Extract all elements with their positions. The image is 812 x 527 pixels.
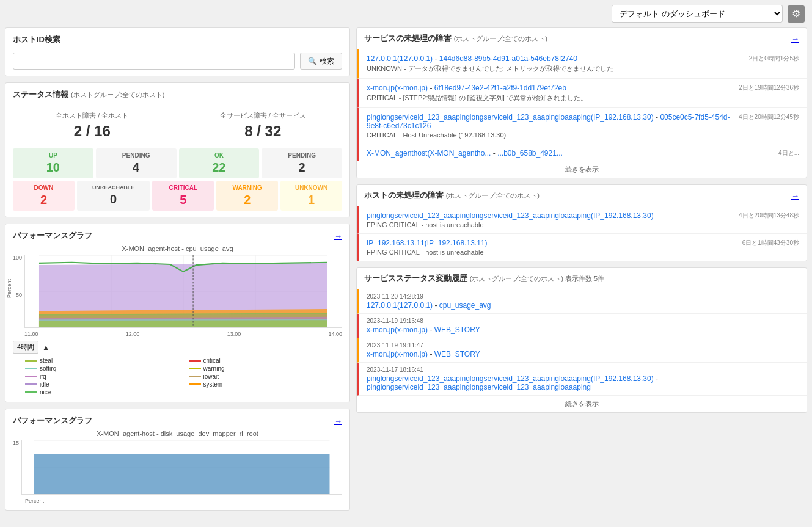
history-time-2: 2023-11-19 19:16:48 bbox=[367, 318, 799, 324]
status-cell-up[interactable]: UP 10 bbox=[13, 148, 93, 178]
host-link-1[interactable]: pinglongserviceid_123_aaapinglongservice… bbox=[367, 211, 654, 220]
host-failure-value: 2 / 16 bbox=[13, 123, 172, 140]
service-desc-3: CRITICAL - Host Unreachable (192.168.13.… bbox=[367, 131, 799, 139]
service-failure-stat: 全サービス障害 / 全サービス 8 / 32 bbox=[184, 111, 343, 140]
dashboard-select[interactable]: デフォルト のダッシュボード bbox=[612, 5, 783, 23]
service-link-3a[interactable]: pinglongserviceid_123_aaapinglongservice… bbox=[367, 113, 654, 122]
status-cell-down[interactable]: DOWN 2 bbox=[13, 181, 75, 211]
legend-nice: nice bbox=[25, 389, 179, 396]
host-time-2: 6日と1時間43分30秒 bbox=[742, 239, 799, 247]
status-grid-row1: UP 10 PENDING 4 OK 22 PENDING 2 bbox=[13, 148, 342, 178]
status-grid-row2: DOWN 2 UNREACHABLE 0 CRITICAL 5 WARNING … bbox=[13, 181, 342, 211]
time-range-btn[interactable]: 4時間 bbox=[13, 341, 38, 354]
perf-graph1-arrow[interactable]: → bbox=[334, 231, 342, 241]
service-history-header: サービスステータス変動履歴 (ホストグループ:全てのホスト) 表示件数:5件 bbox=[364, 273, 604, 284]
legend-warning: warning bbox=[189, 365, 343, 372]
history-service-3[interactable]: WEB_STORY bbox=[434, 350, 480, 358]
status-cell-unknown[interactable]: UNKNOWN 1 bbox=[280, 181, 342, 211]
left-panel: ホストID検索 🔍 検索 ステータス情報 (ホストグループ:全てのホスト) bbox=[5, 27, 350, 511]
service-time-3: 4日と20時間12分45秒 bbox=[739, 113, 799, 122]
history-time-1: 2023-11-20 14:28:19 bbox=[367, 293, 799, 300]
host-search-title: ホストID検索 bbox=[13, 34, 342, 45]
host-issues-title: ホストの未処理の障害 bbox=[364, 191, 444, 200]
legend-iowait: iowait bbox=[189, 373, 343, 380]
host-issues-arrow[interactable]: → bbox=[791, 191, 799, 200]
service-item-4: X-MON_agenthost(X-MON_agentho... - ...b0… bbox=[357, 144, 807, 161]
service-history-subtitle: (ホストグループ:全てのホスト) 表示件数:5件 bbox=[470, 275, 605, 282]
status-cell-pending2[interactable]: PENDING 2 bbox=[262, 148, 342, 178]
history-host-1[interactable]: 127.0.0.1(127.0.0.1) bbox=[367, 301, 433, 310]
history-item-4: 2023-11-17 18:16:41 pinglongserviceid_12… bbox=[357, 363, 807, 396]
host-item-2: IP_192.168.13.11(IP_192.168.13.11) 6日と1時… bbox=[357, 234, 807, 261]
status-cell-pending1[interactable]: PENDING 4 bbox=[96, 148, 177, 178]
perf-graph2-arrow[interactable]: → bbox=[334, 416, 342, 426]
service-link-4b[interactable]: ...b0b_658b_4921... bbox=[497, 149, 563, 158]
y-tick-100: 100 bbox=[13, 255, 22, 261]
perf-graph1-panel: パフォーマンスグラフ → X-MON_agent-host - cpu_usag… bbox=[5, 224, 350, 402]
right-panel: サービスの未処理の障害 (ホストグループ:全てのホスト) → 127.0.0.1… bbox=[356, 27, 807, 511]
service-link-1b[interactable]: 144d6d88-89b5-4d91-a01a-546eb78f2740 bbox=[439, 54, 577, 63]
perf-graph2-panel: パフォーマンスグラフ → X-MON_agent-host - disk_usa… bbox=[5, 409, 350, 511]
y-tick-50: 50 bbox=[16, 292, 22, 298]
service-separator-2: - bbox=[430, 84, 434, 92]
search-input[interactable] bbox=[13, 53, 295, 70]
service-failure-label: 全サービス障害 / 全サービス bbox=[184, 111, 343, 120]
history-time-4: 2023-11-17 18:16:41 bbox=[367, 366, 799, 373]
legend-ifq: ifq bbox=[25, 373, 179, 380]
status-info-panel: ステータス情報 (ホストグループ:全てのホスト) 全ホスト障害 / 全ホスト 2… bbox=[5, 82, 350, 217]
gear-icon: ⚙ bbox=[792, 8, 800, 20]
status-cell-unreachable[interactable]: UNREACHABLE 0 bbox=[77, 181, 150, 211]
time-range-label: 4時間 bbox=[17, 343, 34, 351]
service-link-1a[interactable]: 127.0.0.1(127.0.0.1) bbox=[367, 54, 433, 63]
service-item-1: 127.0.0.1(127.0.0.1) - 144d6d88-89b5-4d9… bbox=[357, 49, 807, 79]
service-history-show-more[interactable]: 続きを表示 bbox=[357, 396, 807, 412]
service-history-panel: サービスステータス変動履歴 (ホストグループ:全てのホスト) 表示件数:5件 2… bbox=[356, 267, 807, 413]
y-axis-label: Percent bbox=[6, 279, 12, 298]
service-issues-subtitle: (ホストグループ:全てのホスト) bbox=[454, 35, 547, 42]
search-button-label: 検索 bbox=[320, 56, 334, 67]
history-host-3[interactable]: x-mon.jp(x-mon.jp) bbox=[367, 350, 428, 358]
history-service-2[interactable]: WEB_STORY bbox=[434, 325, 480, 334]
service-item-3: pinglongserviceid_123_aaapinglongservice… bbox=[357, 108, 807, 144]
y2-axis-label: Percent bbox=[25, 498, 342, 504]
history-host-2[interactable]: x-mon.jp(x-mon.jp) bbox=[367, 325, 428, 334]
host-search-panel: ホストID検索 🔍 検索 bbox=[5, 27, 350, 76]
graph-legend: steal critical softirq warning bbox=[25, 357, 342, 396]
service-link-2b[interactable]: 6f18ed97-43e2-42f1-a2f9-1dd179ef72eb bbox=[434, 84, 566, 92]
collapse-icon[interactable]: ▲ bbox=[42, 343, 49, 352]
service-issues-title: サービスの未処理の障害 bbox=[364, 34, 452, 43]
gear-button[interactable]: ⚙ bbox=[788, 5, 805, 23]
history-service-4[interactable]: pinglongserviceid_123_aaapinglongservice… bbox=[367, 383, 591, 391]
legend-steal: steal bbox=[25, 357, 179, 364]
perf-graph2-subtitle: X-MON_agent-host - disk_usage_dev_mapper… bbox=[13, 430, 342, 437]
legend-idle: idle bbox=[25, 381, 179, 388]
perf-graph1-subtitle: X-MON_agent-host - cpu_usage_avg bbox=[13, 245, 342, 252]
disk-graph-svg bbox=[21, 440, 342, 495]
service-issues-header: サービスの未処理の障害 (ホストグループ:全てのホスト) bbox=[364, 33, 547, 44]
host-failure-label: 全ホスト障害 / 全ホスト bbox=[13, 111, 172, 120]
service-link-4a[interactable]: X-MON_agenthost(X-MON_agentho... bbox=[367, 149, 491, 158]
host-link-2[interactable]: IP_192.168.13.11(IP_192.168.13.11) bbox=[367, 239, 488, 247]
service-history-title: サービスステータス変動履歴 bbox=[364, 274, 467, 283]
search-icon: 🔍 bbox=[308, 57, 317, 65]
history-host-4[interactable]: pinglongserviceid_123_aaapinglongservice… bbox=[367, 374, 654, 383]
service-link-2a[interactable]: x-mon.jp(x-mon.jp) bbox=[367, 84, 428, 92]
legend-critical: critical bbox=[189, 357, 343, 364]
status-info-title: ステータス情報 bbox=[13, 89, 68, 100]
history-service-1[interactable]: cpu_usage_avg bbox=[439, 301, 491, 310]
service-issues-arrow[interactable]: → bbox=[791, 34, 799, 43]
status-cell-ok[interactable]: OK 22 bbox=[179, 148, 260, 178]
status-cell-critical[interactable]: CRITICAL 5 bbox=[152, 181, 214, 211]
search-button[interactable]: 🔍 検索 bbox=[300, 53, 342, 70]
host-issues-header: ホストの未処理の障害 (ホストグループ:全てのホスト) bbox=[364, 190, 540, 201]
service-issues-show-more[interactable]: 続きを表示 bbox=[357, 161, 807, 178]
history-item-2: 2023-11-19 19:16:48 x-mon.jp(x-mon.jp) -… bbox=[357, 314, 807, 338]
host-failure-stat: 全ホスト障害 / 全ホスト 2 / 16 bbox=[13, 111, 172, 140]
legend-softirq: softirq bbox=[25, 365, 179, 372]
service-time-4: 4日と... bbox=[778, 149, 799, 158]
status-cell-warning[interactable]: WARNING 2 bbox=[216, 181, 278, 211]
perf-graph2-title: パフォーマンスグラフ bbox=[13, 415, 92, 426]
host-item-1: pinglongserviceid_123_aaapinglongservice… bbox=[357, 206, 807, 234]
service-item-2: x-mon.jp(x-mon.jp) - 6f18ed97-43e2-42f1-… bbox=[357, 79, 807, 108]
service-time-1: 2日と0時間1分5秒 bbox=[749, 54, 799, 63]
